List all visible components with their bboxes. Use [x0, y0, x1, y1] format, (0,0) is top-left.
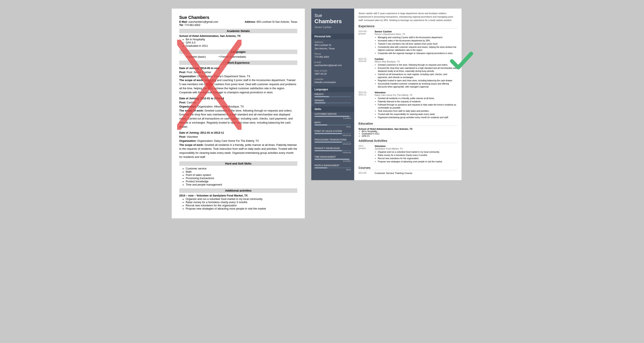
right-last-name: Chambers [314, 18, 351, 25]
additional-header: Additional activities [179, 188, 297, 193]
exp-entry-2: 2012-01 -2014-04 Cashier Allison May Bou… [358, 58, 457, 89]
skill-time: TIME MANAGEMENT Excellent [311, 155, 354, 163]
exp-entry-1: 2014-05 -present Senior Cashier Penny's … [358, 30, 457, 55]
right-resume: Sue Chambers Senior Cashier Personal Inf… [311, 8, 462, 180]
lang1: • Spanish (basic) [186, 55, 206, 58]
phone-value: 774-981-6002 [311, 55, 354, 59]
skill-6: Time and people management [186, 183, 297, 186]
address-value: 950 Lockhart St,San Antonio, Texas [311, 43, 354, 51]
courses-header: Courses [358, 166, 457, 170]
experience-header: Experience [358, 24, 457, 28]
skill-math: MATH Basic [311, 121, 354, 129]
skill-4: Processing transactions [186, 177, 297, 180]
left-tel: Tel: 774-981-6002 [179, 23, 218, 26]
additional-right-header: Additional Activities [358, 139, 457, 143]
dob-value: 1987-03-20 [311, 72, 354, 76]
work-header: Work Experience [179, 60, 297, 65]
linkedin-value: linkedin.com/sueslur [311, 81, 354, 85]
left-email: E-Mail: suechambers@gmail.com [179, 20, 218, 23]
additional-entry-right: 2014 -present Volunteer Sandylane Food M… [358, 145, 457, 163]
skill-5: Product knowledge [186, 180, 297, 183]
email-value: suechambers@gmail.com [311, 64, 354, 68]
academic-header: Academic Details [179, 29, 297, 33]
summary-text: Senior cashier with 5 years experience i… [358, 12, 457, 22]
sidebar-name-section: Sue Chambers Senior Cashier [311, 8, 354, 32]
work-entry-2: Date of Joining: 2012-01 to 2014-04 Post… [179, 96, 297, 129]
additional-entry-1: 2014 – now – Volunteer at Sandylane Food… [179, 194, 297, 210]
sidebar: Sue Chambers Senior Cashier Personal Inf… [311, 8, 354, 180]
exp-entry-3: 2011-01 -2012-11 Volunteer Daisy Care Ho… [358, 91, 457, 119]
school-name: School of Hotel Administration, San Anto… [179, 34, 297, 37]
skills-header: Hard and Soft Skills [179, 161, 297, 166]
lang2: • French (intermediate) [219, 55, 246, 58]
dob-label: Date of birth [311, 68, 354, 72]
skills-sidebar-header: Skills [311, 106, 354, 112]
right-job-title: Senior Cashier [314, 26, 351, 29]
languages-header: Languages [179, 49, 297, 54]
languages-sidebar-header: Languages [311, 87, 354, 92]
courses-entry: 2013-09 Customer Service Training Course [358, 172, 457, 174]
right-resume-wrapper: Sue Chambers Senior Cashier Personal Inf… [311, 8, 462, 218]
skill-3: Point of sales system [186, 174, 297, 177]
gpa: GPA 3.5 [186, 41, 297, 44]
degree: BA in Hospitality [186, 38, 297, 41]
skill-1: Customer service [186, 167, 297, 170]
work-entry-3: Date of Joining: 2011-01 to 2012-11 Post… [179, 131, 297, 159]
left-resume: Sue Chambers E-Mail: suechambers@gmail.c… [172, 8, 305, 218]
skill-2: Math [186, 170, 297, 173]
right-first-name: Sue [314, 13, 351, 18]
email-label: E-mail [311, 59, 354, 64]
skill-processing: PROCESSING TRANSACTIONS Advanced [311, 138, 354, 146]
left-address: Address: 950 Lockhart St San Antonio, Te… [245, 20, 297, 26]
education-header: Education [358, 122, 457, 126]
education-detail: School of Hotel Administration, San Anto… [358, 128, 457, 137]
main-content: Senior cashier with 5 years experience i… [354, 8, 462, 180]
skill-product: PRODUCT KNOWLEDGE Advanced [311, 146, 354, 155]
lang-french: FRENCH [311, 92, 354, 98]
phone-label: Phone [311, 51, 354, 55]
skill-customer-service: CUSTOMER SERVICE Excellent [311, 112, 354, 121]
graduated: Graduated in 2011 [186, 44, 297, 47]
skill-people: PEOPLE MANAGEMENT Basic [311, 163, 354, 172]
lang-spanish: SPANISH [311, 98, 354, 105]
skill-pos: POINT OF SALES SYSTEM Advanced [311, 129, 354, 138]
personal-info-header: Personal Info [311, 34, 354, 39]
address-label: Address [311, 39, 354, 43]
left-name: Sue Chambers [179, 15, 297, 20]
skills-list: Customer service Math Point of sales sys… [179, 167, 297, 186]
linkedin-label: LinkedIn [311, 76, 354, 81]
work-entry-1: Date of Joining: 2014-05 to now Post: Po… [179, 66, 297, 94]
